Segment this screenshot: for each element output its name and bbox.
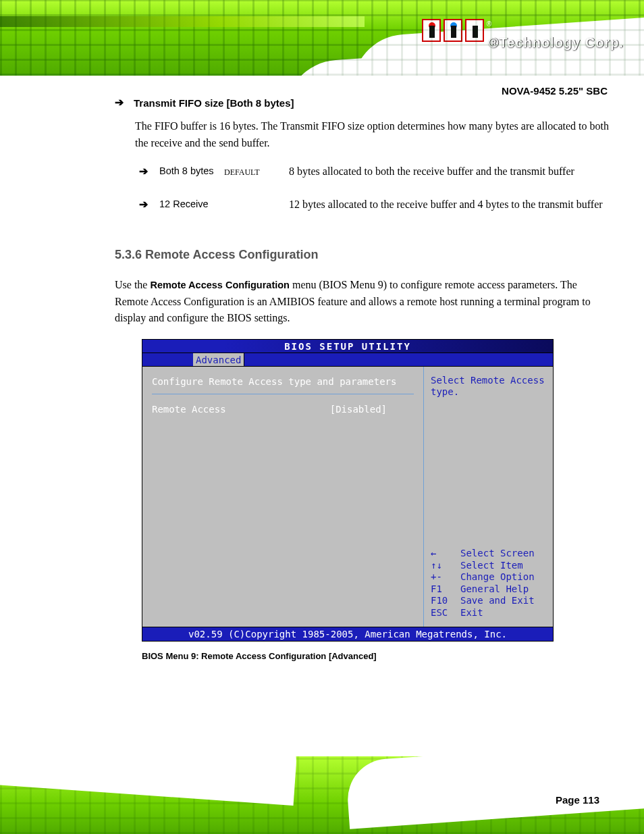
registered-mark-icon: ®	[487, 20, 491, 28]
bios-key-row: F1General Help	[431, 583, 546, 596]
bios-key-row: ←Select Screen	[431, 548, 546, 560]
bios-left-panel: Configure Remote Access type and paramet…	[142, 367, 423, 627]
page-content: ➔ Transmit FIFO size [Both 8 bytes] The …	[0, 95, 644, 746]
bios-screenshot: BIOS SETUP UTILITY Advanced Configure Re…	[142, 339, 554, 642]
bios-key-row: ↑↓Select Item	[431, 560, 546, 572]
footer-band	[0, 756, 644, 834]
bios-setting-row[interactable]: Remote Access [Disabled]	[152, 402, 414, 417]
arrow-right-icon: ➔	[139, 163, 151, 180]
header-band: ® ®Technology Corp.	[0, 0, 644, 76]
sub-option-key: 12 Receive	[159, 197, 217, 211]
bios-key-row: ESCExit	[431, 607, 546, 619]
bios-main: Configure Remote Access type and paramet…	[142, 367, 553, 627]
logo-dot-blue-icon	[450, 22, 457, 29]
key-icon: F10	[431, 595, 451, 607]
key-icon: +-	[431, 571, 451, 583]
bios-footer: v02.59 (C)Copyright 1985-2005, American …	[142, 627, 553, 641]
logo-bar-icon	[451, 26, 456, 38]
figure-caption: BIOS Menu 9: Remote Access Configuration…	[142, 650, 610, 663]
key-desc: General Help	[460, 583, 529, 596]
bios-tab-row: Advanced	[142, 353, 553, 367]
sub-option-desc: 8 bytes allocated to both the receive bu…	[289, 163, 610, 180]
bios-panel-heading: Configure Remote Access type and paramet…	[152, 375, 414, 394]
option-title: Transmit FIFO size [Both 8 bytes]	[134, 95, 294, 111]
bios-title: BIOS SETUP UTILITY	[142, 340, 553, 353]
sub-option-key: Both 8 bytes	[159, 163, 217, 178]
key-desc: Exit	[460, 607, 483, 619]
sub-options: ➔ Both 8 bytes DEFAULT 8 bytes allocated…	[115, 157, 610, 223]
sub-option-row: ➔ Both 8 bytes DEFAULT 8 bytes allocated…	[139, 157, 610, 190]
logo-block-e	[444, 19, 462, 42]
page-number: Page 113	[552, 791, 603, 808]
bios-setting-label: Remote Access	[152, 402, 226, 417]
key-desc: Save and Exit	[460, 595, 535, 607]
key-desc: Select Item	[460, 560, 523, 572]
header-strip	[0, 16, 365, 27]
bios-key-legend: ←Select Screen ↑↓Select Item +-Change Op…	[431, 548, 546, 619]
key-icon: ESC	[431, 607, 451, 619]
logo-block-i2	[465, 19, 484, 42]
footer-curve-left	[0, 756, 300, 806]
desc-prefix: Use the	[115, 279, 150, 290]
section-title: 5.3.6 Remote Access Configuration	[115, 246, 610, 265]
option-body: The FIFO buffer is 16 bytes. The Transmi…	[115, 118, 610, 152]
header-curve	[349, 8, 644, 76]
brand-text: ®Technology Corp.	[489, 35, 624, 51]
header-curve2	[281, 31, 644, 76]
option-heading: ➔ Transmit FIFO size [Both 8 bytes]	[115, 95, 610, 111]
sub-option-row: ➔ 12 Receive 12 bytes allocated to the r…	[139, 190, 610, 223]
arrow-right-icon: ➔	[115, 95, 127, 111]
bios-help-text: Select Remote Access type.	[431, 375, 546, 398]
brand-logo: ®	[422, 19, 491, 42]
option-section: ➔ Transmit FIFO size [Both 8 bytes] The …	[115, 95, 610, 223]
logo-bar-icon	[473, 26, 478, 38]
desc-bold: Remote Access Configuration	[150, 280, 290, 290]
bios-tab-spacer	[142, 353, 193, 366]
sub-option-desc: 12 bytes allocated to the receive buffer…	[289, 197, 610, 213]
key-desc: Select Screen	[460, 548, 535, 560]
key-icon: ←	[431, 548, 451, 560]
bios-key-row: F10Save and Exit	[431, 595, 546, 607]
logo-dot-red-icon	[429, 22, 435, 29]
bios-right-panel: Select Remote Access type. ←Select Scree…	[423, 367, 553, 627]
bios-tab-advanced[interactable]: Advanced	[193, 353, 244, 366]
key-icon: ↑↓	[431, 560, 451, 572]
logo-bar-icon	[429, 26, 435, 38]
key-icon: F1	[431, 583, 451, 596]
key-desc: Change Option	[460, 571, 535, 583]
logo-block-i	[422, 19, 441, 42]
arrow-right-icon: ➔	[139, 197, 151, 213]
section-description: Use the Remote Access Configuration menu…	[115, 277, 610, 327]
sub-option-default: DEFAULT	[224, 163, 282, 180]
bios-key-row: +-Change Option	[431, 571, 546, 583]
bios-setting-value: [Disabled]	[330, 402, 387, 417]
